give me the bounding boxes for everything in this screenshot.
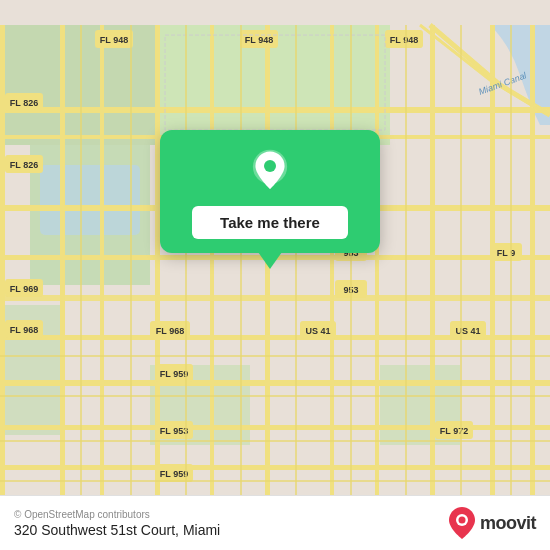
take-me-there-button[interactable]: Take me there	[192, 206, 348, 239]
svg-text:FL 9: FL 9	[497, 248, 515, 258]
moovit-logo: moovit	[448, 506, 536, 540]
svg-rect-19	[60, 25, 65, 525]
map-background: FL 826 FL 826 FL 969 FL 968 FL 948 FL 94…	[0, 0, 550, 550]
svg-rect-26	[430, 25, 435, 525]
svg-rect-14	[0, 380, 550, 386]
svg-rect-67	[0, 440, 550, 442]
svg-rect-74	[350, 25, 352, 525]
svg-rect-27	[490, 25, 495, 525]
svg-rect-68	[0, 480, 550, 482]
svg-text:FL 953: FL 953	[160, 426, 188, 436]
location-pin-icon	[246, 148, 294, 196]
svg-rect-75	[405, 25, 407, 525]
svg-rect-65	[0, 355, 550, 357]
svg-text:FL 972: FL 972	[440, 426, 468, 436]
moovit-wordmark: moovit	[480, 513, 536, 534]
svg-rect-77	[510, 25, 512, 525]
svg-rect-72	[240, 25, 242, 525]
svg-rect-7	[40, 165, 140, 235]
osm-attribution: © OpenStreetMap contributors	[14, 509, 220, 520]
svg-rect-8	[0, 107, 550, 113]
moovit-pin-icon	[448, 506, 476, 540]
svg-text:FL 826: FL 826	[10, 98, 38, 108]
svg-rect-20	[100, 25, 104, 525]
svg-rect-23	[265, 25, 270, 525]
bottom-bar: © OpenStreetMap contributors 320 Southwe…	[0, 495, 550, 550]
svg-text:FL 948: FL 948	[390, 35, 418, 45]
svg-text:FL 968: FL 968	[156, 326, 184, 336]
svg-text:FL 826: FL 826	[10, 160, 38, 170]
svg-text:US 41: US 41	[455, 326, 480, 336]
svg-point-82	[458, 517, 465, 524]
svg-rect-70	[130, 25, 132, 525]
map-container: FL 826 FL 826 FL 969 FL 968 FL 948 FL 94…	[0, 0, 550, 550]
svg-text:FL 948: FL 948	[245, 35, 273, 45]
svg-rect-22	[210, 25, 214, 525]
svg-text:FL 959: FL 959	[160, 369, 188, 379]
svg-rect-18	[0, 25, 5, 525]
svg-text:FL 959: FL 959	[160, 469, 188, 479]
svg-rect-12	[0, 295, 550, 301]
svg-rect-25	[375, 25, 379, 525]
svg-point-80	[264, 160, 276, 172]
svg-text:US 41: US 41	[305, 326, 330, 336]
svg-text:FL 969: FL 969	[10, 284, 38, 294]
svg-text:FL 968: FL 968	[10, 325, 38, 335]
svg-rect-21	[155, 25, 160, 525]
address-label: 320 Southwest 51st Court, Miami	[14, 522, 220, 538]
svg-text:FL 948: FL 948	[100, 35, 128, 45]
svg-rect-69	[80, 25, 82, 525]
svg-rect-73	[295, 25, 297, 525]
popup-card: Take me there	[160, 130, 380, 253]
svg-rect-76	[460, 25, 462, 525]
svg-rect-28	[530, 25, 535, 525]
svg-rect-16	[0, 465, 550, 470]
svg-rect-66	[0, 395, 550, 397]
svg-rect-24	[330, 25, 334, 525]
bottom-left: © OpenStreetMap contributors 320 Southwe…	[14, 509, 220, 538]
svg-rect-71	[185, 25, 187, 525]
